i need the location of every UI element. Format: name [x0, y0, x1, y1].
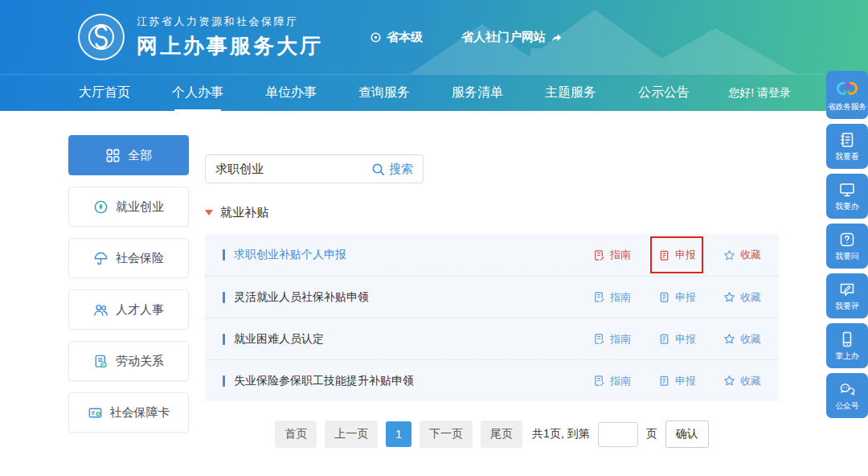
title-bar-decoration	[223, 334, 225, 345]
apply-link[interactable]: 申报	[658, 374, 696, 388]
nav-item-theme[interactable]: 主题服务	[537, 75, 604, 112]
sidebar-item-label: 人才人事	[116, 302, 164, 318]
region-selector[interactable]: 省本级	[370, 30, 423, 45]
sidebar-item-label: 就业创业	[116, 199, 164, 215]
nav-label: 大厅首页	[79, 84, 130, 101]
pagination-confirm-button[interactable]: 确认	[665, 421, 709, 448]
pagination: 首页 上一页 1 下一页 尾页 共1页, 到第 页 确认	[205, 421, 779, 448]
search-button-label: 搜索	[389, 162, 413, 177]
search-input[interactable]	[206, 162, 366, 176]
service-row: 失业保险参保职工技能提升补贴申领 指南	[205, 359, 779, 401]
service-title: 求职创业补贴个人申报	[234, 248, 346, 262]
login-link[interactable]: 您好! 请登录	[728, 86, 791, 101]
service-title-link[interactable]: 失业保险参保职工技能提升补贴申领	[223, 374, 414, 388]
sidebar-item-all[interactable]: 全部	[68, 135, 189, 175]
service-row: 就业困难人员认定 指南	[205, 318, 779, 359]
service-title-link[interactable]: 灵活就业人员社保补贴申领	[223, 290, 369, 305]
apply-link[interactable]: 申报	[658, 248, 696, 262]
dock-item-gov-services[interactable]: 省政务服务	[826, 71, 868, 119]
notebook-icon	[838, 131, 856, 149]
guide-link[interactable]: 指南	[593, 374, 631, 388]
gov-logo-icon	[837, 78, 858, 99]
header-top: 江苏省人力资源和社会保障厅 网上办事服务大厅 省本级 省人社门户网站	[0, 0, 868, 74]
employment-icon	[93, 199, 108, 215]
people-icon	[93, 302, 108, 318]
document-gear-icon	[93, 354, 108, 369]
dock-item-mobile[interactable]: 掌上办	[826, 323, 868, 368]
dock-label: 省政务服务	[828, 101, 867, 113]
right-dock: 省政务服务 我要看 我要办 我要问	[825, 71, 868, 418]
favorite-link[interactable]: 收藏	[723, 374, 761, 388]
service-title: 就业困难人员认定	[234, 332, 324, 347]
search-button[interactable]: 搜索	[366, 162, 423, 177]
guide-link[interactable]: 指南	[593, 248, 631, 262]
row-actions: 指南 申报 收藏	[593, 290, 761, 305]
guide-label: 指南	[610, 332, 631, 347]
sidebar-item-social-insurance[interactable]: 社会保险	[68, 238, 189, 278]
title-bar-decoration	[223, 375, 225, 387]
apply-label: 申报	[675, 332, 696, 347]
pagination-first-button[interactable]: 首页	[275, 421, 317, 448]
pagination-page-1-button[interactable]: 1	[386, 421, 411, 447]
pagination-prev-button[interactable]: 上一页	[325, 421, 378, 448]
sidebar-item-label: 社会保险	[116, 251, 164, 266]
category-sidebar: 全部 就业创业 社会保	[68, 135, 189, 448]
brand-block: 江苏省人力资源和社会保障厅 网上办事服务大厅	[137, 14, 323, 60]
row-actions: 指南 申报	[593, 248, 761, 262]
pagination-last-button[interactable]: 尾页	[481, 421, 522, 448]
social-card-icon	[88, 405, 103, 421]
department-name: 江苏省人力资源和社会保障厅	[137, 14, 323, 29]
guide-icon	[593, 249, 605, 261]
sidebar-item-social-card[interactable]: 社会保障卡	[68, 392, 189, 433]
favorite-link[interactable]: 收藏	[723, 332, 761, 347]
dock-item-review[interactable]: 我要评	[826, 273, 868, 318]
phone-icon	[838, 330, 856, 348]
service-row: 灵活就业人员社保补贴申领 指南	[205, 276, 779, 318]
category-label: 就业补贴	[220, 205, 268, 220]
nav-item-personal[interactable]: 个人办事	[164, 75, 231, 112]
star-icon	[723, 375, 735, 387]
comment-edit-icon	[838, 281, 856, 298]
portal-site-link[interactable]: 省人社门户网站	[461, 30, 563, 45]
service-list: 求职创业补贴个人申报 指南	[205, 234, 779, 401]
service-title-link[interactable]: 求职创业补贴个人申报	[223, 248, 346, 262]
main-panel: 搜索 就业补贴 求职创业补贴个人申报	[205, 135, 779, 448]
region-label: 省本级	[387, 30, 423, 45]
apply-label: 申报	[675, 374, 696, 388]
sidebar-item-labor-relations[interactable]: 劳动关系	[68, 341, 189, 381]
grid-icon	[105, 148, 121, 163]
favorite-link[interactable]: 收藏	[723, 290, 761, 305]
apply-icon	[658, 333, 670, 345]
nav-label: 个人办事	[172, 84, 223, 101]
apply-link[interactable]: 申报	[658, 332, 696, 347]
apply-icon	[658, 291, 670, 303]
service-title: 灵活就业人员社保补贴申领	[234, 290, 369, 305]
row-actions: 指南 申报 收藏	[593, 332, 761, 347]
dock-item-view[interactable]: 我要看	[826, 124, 868, 169]
sidebar-item-employment[interactable]: 就业创业	[68, 187, 189, 227]
service-title-link[interactable]: 就业困难人员认定	[223, 332, 324, 347]
guide-link[interactable]: 指南	[593, 290, 631, 305]
dock-item-handle[interactable]: 我要办	[826, 174, 868, 219]
sidebar-item-talent-hr[interactable]: 人才人事	[68, 289, 189, 330]
nav-item-query[interactable]: 查询服务	[350, 75, 418, 112]
nav-item-announcements[interactable]: 公示公告	[630, 75, 698, 112]
nav-item-service-list[interactable]: 服务清单	[444, 75, 511, 112]
page-number-input[interactable]	[598, 422, 638, 447]
category-header[interactable]: 就业补贴	[205, 205, 779, 220]
title-bar-decoration	[223, 292, 225, 303]
wechat-icon	[838, 380, 856, 398]
external-link-icon	[551, 31, 563, 43]
guide-label: 指南	[610, 290, 631, 305]
dock-item-ask[interactable]: 我要问	[826, 224, 868, 269]
hrss-logo	[78, 14, 125, 60]
nav-item-unit[interactable]: 单位办事	[257, 75, 325, 112]
apply-link[interactable]: 申报	[658, 290, 696, 305]
dock-item-wechat[interactable]: 公众号	[826, 373, 868, 418]
pagination-next-button[interactable]: 下一页	[420, 421, 473, 448]
favorite-link[interactable]: 收藏	[723, 248, 761, 262]
monitor-icon	[838, 181, 856, 199]
nav-item-home[interactable]: 大厅首页	[71, 75, 138, 112]
guide-icon	[593, 375, 605, 387]
guide-link[interactable]: 指南	[593, 332, 631, 347]
